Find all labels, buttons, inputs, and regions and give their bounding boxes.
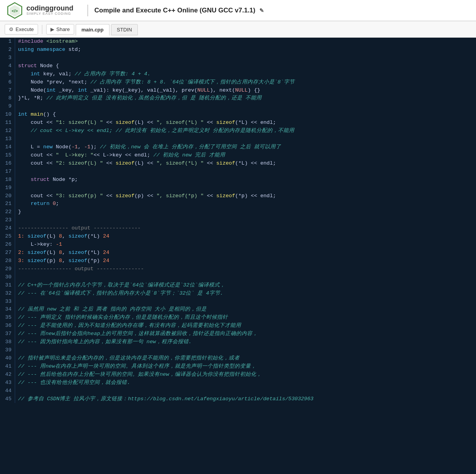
table-row: 6 Node *prev, *next; // 占用内存 字节数: 8 + 8.… (0, 78, 476, 87)
table-row: 32// --- 在`64位`编译模式下，指针的占用内存大小是`8`字节；`32… (0, 290, 476, 298)
table-row: 42// --- 然后给他在内存上分配一块可用的空间。如果没有new，编译器会认… (0, 371, 476, 379)
table-row: 41// --- 用new在内存上声明一块可用的空间。具体到这个程序，就是先声明… (0, 363, 476, 371)
table-row: 14 L = new Node(-1, -1); // 初始化，new 会 在堆… (0, 143, 476, 151)
execute-button[interactable]: ⚙ Execute (5, 24, 38, 35)
logo-icon: </> (6, 2, 23, 19)
line-content (15, 216, 476, 224)
line-content: cout << "1: sizeof(L) " << sizeof(L) << … (15, 119, 476, 127)
line-content: 1: sizeof(L) 8, sizeof(*L) 24 (15, 233, 476, 241)
line-content: 2: sizeof(L) 8, sizeof(*L) 24 (15, 249, 476, 257)
line-content (15, 346, 476, 354)
line-content: L = new Node(-1, -1); // 初始化，new 会 在堆上 分… (15, 143, 476, 151)
line-content: ----------------- output --------------- (15, 265, 476, 273)
line-number: 45 (0, 395, 15, 403)
execute-icon: ⚙ (9, 26, 14, 32)
table-row: 40// 指针被声明出来是会分配内存的，但是这块内存是不能用的，你需要把指针初始… (0, 354, 476, 363)
line-content: // --- 在`64位`编译模式下，指针的占用内存大小是`8`字节；`32位`… (15, 290, 476, 298)
code-table: 1#include <iostream>2using namespace std… (0, 38, 476, 403)
line-content: // C++的一个指针占内存几个字节，取决于是`64位`编译模式还是`32位`编… (15, 281, 476, 290)
share-label: Share (56, 26, 70, 32)
line-content: cout << "3: sizeof(p) " << sizeof(p) << … (15, 192, 476, 200)
line-number: 11 (0, 119, 15, 127)
table-row: 5 int key, val; // 占用内存 字节数: 4 + 4. (0, 70, 476, 78)
table-row: 12 // cout << L->key << endl; // 此时没有 初始… (0, 127, 476, 135)
edit-icon[interactable]: ✎ (259, 7, 264, 14)
page-title: Compile and Execute C++ Online (GNU GCC … (94, 7, 470, 14)
table-row: 33 (0, 298, 476, 306)
tab-main-cpp[interactable]: main.cpp (76, 24, 109, 36)
table-row: 10int main() { (0, 111, 476, 119)
table-row: 22} (0, 208, 476, 216)
line-number: 39 (0, 346, 15, 354)
line-content: Node *prev, *next; // 占用内存 字节数: 8 + 8. `… (15, 78, 476, 87)
line-number: 24 (0, 224, 15, 233)
line-number: 10 (0, 111, 15, 119)
header-divider (87, 5, 88, 16)
line-number: 14 (0, 143, 15, 151)
table-row: 36// --- 是不能使用的，因为不知道分配的内存在哪，有没有内容，起码需要初… (0, 322, 476, 330)
line-content: 3: sizeof(p) 8, sizeof(*p) 24 (15, 257, 476, 265)
logo-area: </> codingground SIMPLY EASY CODING (6, 2, 73, 19)
logo-text: codingground SIMPLY EASY CODING (26, 5, 73, 16)
table-row: 272: sizeof(L) 8, sizeof(*L) 24 (0, 249, 476, 257)
line-number: 2 (0, 46, 15, 54)
svg-text:</>: </> (12, 9, 18, 13)
table-row: 8}*L, *R; // 此时声明定义 但是 没有初始化，虽然会分配内存，但 是… (0, 94, 476, 102)
line-number: 15 (0, 151, 15, 160)
table-row: 38// --- 因为指针指向堆上的内容，如果没有那一句 new，程序会报错. (0, 338, 476, 346)
line-content: // --- 用new在内存上声明一块可用的空间。具体到这个程序，就是先声明一个… (15, 363, 476, 371)
line-number: 40 (0, 354, 15, 363)
line-content: // --- 声明定义 指针的时候确实会分配内存，但是是随机分配的，而且这个时候… (15, 314, 476, 322)
line-number: 13 (0, 135, 15, 143)
line-number: 4 (0, 62, 15, 70)
tab-stdin[interactable]: STDIN (111, 24, 138, 35)
code-editor[interactable]: 1#include <iostream>2using namespace std… (0, 38, 476, 474)
line-content: // --- 然后给他在内存上分配一块可用的空间。如果没有new，编译器会认为你… (15, 371, 476, 379)
line-content: }*L, *R; // 此时声明定义 但是 没有初始化，虽然会分配内存，但 是 … (15, 94, 476, 102)
line-number: 33 (0, 298, 15, 306)
table-row: 31// C++的一个指针占内存几个字节，取决于是`64位`编译模式还是`32位… (0, 281, 476, 290)
line-content: // 虽然用 new 之前 和 之后 两者 指向的 内存空间 大小 是相同的，但… (15, 306, 476, 314)
line-number: 44 (0, 387, 15, 395)
share-button[interactable]: ▶ Share (46, 24, 74, 35)
line-number: 30 (0, 273, 15, 281)
table-row: 24---------------- output --------------… (0, 224, 476, 233)
table-row: 44 (0, 387, 476, 395)
table-row: 7 Node(int _key, int _val): key(_key), v… (0, 87, 476, 95)
table-row: 3 (0, 54, 476, 62)
line-number: 28 (0, 257, 15, 265)
line-content: } (15, 208, 476, 216)
line-number: 43 (0, 379, 15, 387)
line-number: 18 (0, 176, 15, 184)
line-content: return 0; (15, 200, 476, 208)
line-number: 9 (0, 102, 15, 111)
line-content: cout << "2: sizeof(L) " << sizeof(L) << … (15, 160, 476, 168)
line-content: using namespace std; (15, 46, 476, 54)
table-row: 1#include <iostream> (0, 38, 476, 46)
table-row: 30 (0, 273, 476, 281)
line-number: 16 (0, 160, 15, 168)
line-number: 1 (0, 38, 15, 46)
table-row: 16 cout << "2: sizeof(L) " << sizeof(L) … (0, 160, 476, 168)
line-number: 34 (0, 306, 15, 314)
line-content: // --- 也没有给他分配可用空间，就会报错. (15, 379, 476, 387)
table-row: 20 cout << "3: sizeof(p) " << sizeof(p) … (0, 192, 476, 200)
line-content (15, 102, 476, 111)
line-number: 42 (0, 371, 15, 379)
table-row: 18 struct Node *p; (0, 176, 476, 184)
line-number: 3 (0, 54, 15, 62)
line-number: 23 (0, 216, 15, 224)
table-row: 15 cout << " L->key: "<< L->key << endl;… (0, 151, 476, 160)
line-number: 38 (0, 338, 15, 346)
line-content: ---------------- output --------------- (15, 224, 476, 233)
table-row: 26 L->key: -1 (0, 241, 476, 249)
line-content: // cout << L->key << endl; // 此时没有 初始化，之… (15, 127, 476, 135)
line-content: // --- 是不能使用的，因为不知道分配的内存在哪，有没有内容，起码需要初始化… (15, 322, 476, 330)
line-number: 20 (0, 192, 15, 200)
line-content: struct Node { (15, 62, 476, 70)
header: </> codingground SIMPLY EASY CODING Comp… (0, 0, 476, 21)
line-number: 22 (0, 208, 15, 216)
brand-name: codingground (26, 5, 73, 12)
table-row: 17 (0, 168, 476, 176)
line-content: struct Node *p; (15, 176, 476, 184)
